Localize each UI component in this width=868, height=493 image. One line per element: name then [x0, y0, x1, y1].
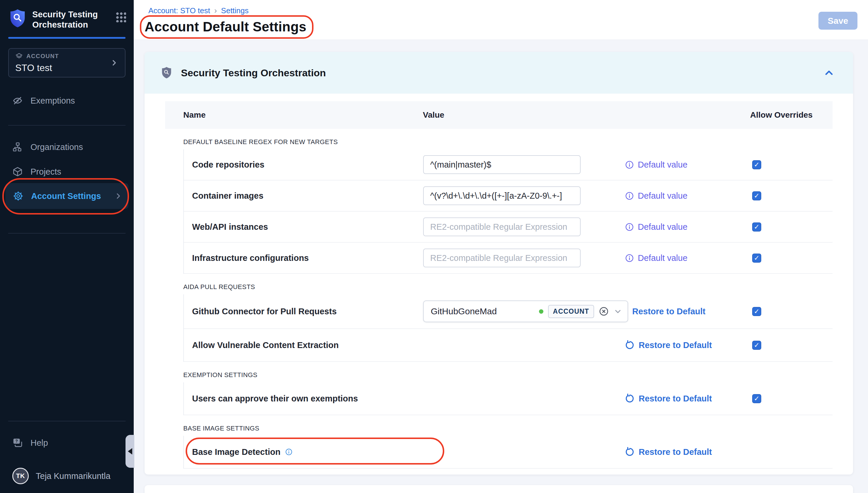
sidebar-item-organizations[interactable]: Organizations — [0, 137, 134, 157]
table-row: Container images Default value — [184, 180, 832, 212]
user-menu[interactable]: TK Teja Kummarikuntla — [0, 468, 134, 484]
allow-overrides-checkbox[interactable] — [752, 394, 761, 403]
regex-input-code-repositories[interactable] — [423, 155, 580, 174]
table-row: Users can approve their own exemptions R… — [184, 382, 832, 415]
sidebar-item-projects[interactable]: Projects — [0, 162, 134, 181]
connector-scope-tag: ACCOUNT — [548, 305, 594, 318]
info-icon[interactable] — [625, 222, 634, 232]
settings-table: Name Value Allow Overrides DEFAULT BASEL… — [144, 101, 853, 474]
sidebar-item-label: Account Settings — [31, 191, 101, 201]
breadcrumb: Account: STO test › Settings — [144, 6, 858, 15]
page-title: Account Default Settings — [144, 19, 306, 35]
restore-icon — [625, 393, 635, 404]
sidebar-item-label: Projects — [30, 167, 61, 177]
section-label: BASE IMAGE SETTINGS — [183, 425, 832, 432]
allow-overrides-checkbox[interactable] — [752, 254, 761, 263]
account-name: STO test — [15, 63, 59, 73]
sidebar-divider — [8, 125, 125, 126]
nav-accent-divider — [8, 37, 125, 39]
default-value-label: Default value — [638, 160, 687, 170]
table-row: Web/API instances Default value — [184, 212, 832, 243]
allow-overrides-checkbox[interactable] — [752, 341, 761, 350]
setting-name: Base Image Detection — [192, 447, 423, 457]
allow-overrides-checkbox[interactable] — [752, 191, 761, 200]
restore-to-default-link[interactable]: Restore to Default — [625, 393, 752, 404]
allow-overrides-checkbox[interactable] — [752, 222, 761, 232]
section-rows: Github Connector for Pull Requests GitHu… — [183, 294, 832, 362]
setting-name: Github Connector for Pull Requests — [192, 307, 423, 316]
sto-settings-card: Security Testing Orchestration Name Valu… — [144, 52, 853, 474]
allow-overrides-checkbox[interactable] — [752, 160, 761, 169]
regex-input-infrastructure[interactable] — [423, 249, 580, 267]
sidebar-bottom: ? Help TK Teja Kummarikuntla — [0, 421, 134, 493]
sto-card-header[interactable]: Security Testing Orchestration — [144, 52, 853, 93]
module-grid-icon[interactable] — [116, 12, 126, 22]
sidebar: Security Testing Orchestration ACCOUNT S… — [0, 0, 134, 493]
app-title: Security Testing Orchestration — [32, 9, 102, 30]
collapse-left-icon — [128, 448, 132, 454]
default-value-label: Default value — [638, 253, 687, 263]
sidebar-divider — [8, 233, 125, 234]
shield-icon — [161, 67, 172, 79]
chevron-down-icon[interactable] — [614, 307, 622, 316]
allow-overrides-checkbox[interactable] — [752, 307, 761, 316]
sidebar-item-account-settings[interactable]: Account Settings — [5, 183, 129, 209]
setting-name-label: Base Image Detection — [192, 447, 280, 457]
section-rows: Users can approve their own exemptions R… — [183, 382, 832, 415]
sidebar-item-label: Exemptions — [30, 96, 75, 106]
github-connector-select[interactable]: GitHubGoneMad ACCOUNT — [423, 300, 628, 322]
sidebar-item-exemptions[interactable]: Exemptions — [0, 91, 134, 110]
default-value-label: Default value — [638, 222, 687, 232]
help-label: Help — [30, 438, 48, 448]
column-allow-overrides: Allow Overrides — [750, 110, 832, 120]
regex-input-container-images[interactable] — [423, 186, 580, 205]
setting-name: Web/API instances — [192, 222, 423, 232]
chevron-up-icon[interactable] — [823, 67, 835, 79]
restore-label: Restore to Default — [632, 307, 706, 316]
app-logo-row: Security Testing Orchestration — [0, 0, 134, 30]
breadcrumb-account-link[interactable]: Account: STO test — [149, 6, 210, 15]
breadcrumb-settings-link[interactable]: Settings — [221, 6, 249, 15]
restore-icon — [625, 340, 635, 350]
regex-input-web-api[interactable] — [423, 217, 580, 236]
table-row: Allow Vulnerable Content Extraction Rest… — [184, 329, 832, 362]
setting-name: Infrastructure configurations — [192, 253, 423, 263]
general-settings-card: General — [144, 485, 853, 493]
section-rows: Code repositories Default value Containe… — [183, 149, 832, 274]
sidebar-item-help[interactable]: ? Help — [0, 433, 134, 452]
projects-cube-icon — [12, 166, 23, 177]
table-row: Code repositories Default value — [184, 149, 832, 180]
connector-name: GitHubGoneMad — [431, 306, 534, 316]
account-scope-selector[interactable]: ACCOUNT STO test — [8, 48, 125, 78]
restore-to-default-link[interactable]: Restore to Default — [618, 306, 752, 316]
info-icon[interactable] — [285, 448, 293, 456]
clear-x-circle-icon[interactable] — [599, 306, 609, 316]
default-value-hint: Default value — [625, 160, 752, 170]
column-value: Value — [423, 110, 750, 120]
info-icon[interactable] — [625, 254, 634, 263]
section-rows: Base Image Detection Restore to Default — [183, 436, 832, 469]
user-name: Teja Kummarikuntla — [36, 471, 111, 481]
table-row: Github Connector for Pull Requests GitHu… — [184, 294, 832, 329]
setting-name: Code repositories — [192, 160, 423, 170]
sidebar-collapse-handle[interactable] — [125, 435, 134, 468]
restore-to-default-link[interactable]: Restore to Default — [625, 447, 752, 457]
connector-status-dot — [539, 309, 543, 314]
setting-name: Container images — [192, 191, 423, 201]
restore-to-default-link[interactable]: Restore to Default — [625, 340, 752, 350]
chevron-right-icon — [110, 58, 118, 67]
breadcrumb-separator: › — [214, 6, 217, 15]
svg-text:?: ? — [15, 439, 18, 444]
info-icon[interactable] — [625, 160, 634, 169]
default-value-hint: Default value — [625, 253, 752, 263]
table-row: Infrastructure configurations Default va… — [184, 243, 832, 274]
table-header: Name Value Allow Overrides — [165, 101, 832, 129]
chevron-right-icon — [114, 192, 122, 200]
sidebar-item-label: Organizations — [30, 142, 83, 152]
restore-label: Restore to Default — [639, 340, 712, 350]
default-value-hint: Default value — [625, 191, 752, 201]
save-button[interactable]: Save — [818, 12, 858, 30]
info-icon[interactable] — [625, 191, 634, 200]
setting-name: Users can approve their own exemptions — [192, 394, 423, 404]
restore-label: Restore to Default — [639, 447, 712, 457]
